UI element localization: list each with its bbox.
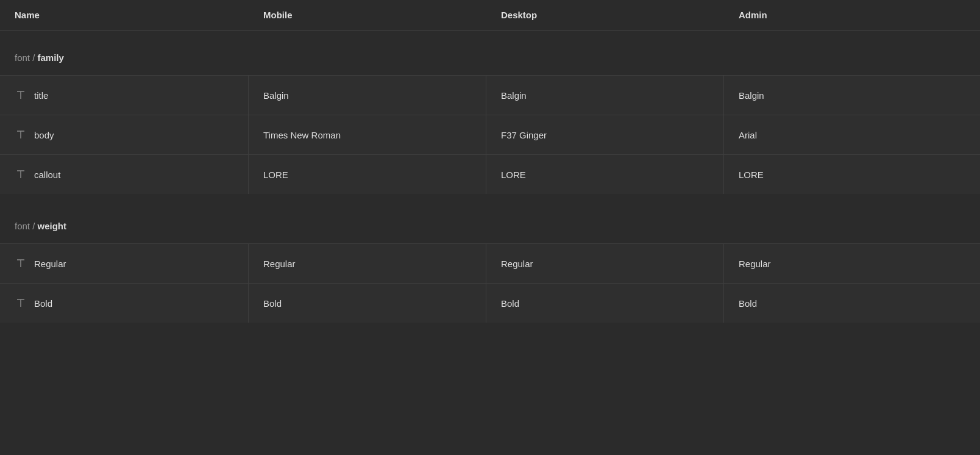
- mobile-cell-body: Times New Roman: [249, 115, 486, 154]
- t-icon: [15, 168, 27, 181]
- group-spacer-1: [0, 30, 980, 35]
- section-header-font-family: font / family: [0, 35, 980, 75]
- mobile-cell-callout: LORE: [249, 155, 486, 194]
- section-label-prefix-2: font /: [15, 221, 38, 231]
- row-name-regular: Regular: [34, 259, 66, 269]
- admin-cell-body: Arial: [724, 115, 980, 154]
- admin-cell-title: Balgin: [724, 76, 980, 115]
- t-icon: [15, 297, 27, 309]
- table-row: body Times New Roman F37 Ginger Arial: [0, 115, 980, 154]
- token-table: Name Mobile Desktop Admin font / family …: [0, 0, 980, 323]
- column-mobile: Mobile: [249, 0, 486, 30]
- name-cell-regular: Regular: [0, 244, 249, 283]
- name-cell-callout: callout: [0, 155, 249, 194]
- mobile-cell-bold: Bold: [249, 284, 486, 323]
- name-cell-body: body: [0, 115, 249, 154]
- desktop-cell-regular: Regular: [486, 244, 724, 283]
- table-row: Bold Bold Bold Bold: [0, 283, 980, 323]
- group-spacer-2: [0, 194, 980, 199]
- section-header-font-weight: font / weight: [0, 204, 980, 243]
- desktop-cell-title: Balgin: [486, 76, 724, 115]
- t-icon: [15, 257, 27, 270]
- admin-cell-callout: LORE: [724, 155, 980, 194]
- desktop-cell-bold: Bold: [486, 284, 724, 323]
- column-admin: Admin: [724, 0, 980, 30]
- mobile-cell-regular: Regular: [249, 244, 486, 283]
- desktop-cell-body: F37 Ginger: [486, 115, 724, 154]
- row-name-body: body: [34, 130, 54, 140]
- section-label-bold: family: [38, 52, 64, 63]
- name-cell-title: title: [0, 76, 249, 115]
- table-row: Regular Regular Regular Regular: [0, 243, 980, 283]
- section-label-prefix: font /: [15, 52, 38, 63]
- desktop-cell-callout: LORE: [486, 155, 724, 194]
- admin-cell-regular: Regular: [724, 244, 980, 283]
- row-name-callout: callout: [34, 170, 60, 180]
- section-label-bold-2: weight: [38, 221, 67, 231]
- t-icon: [15, 129, 27, 141]
- row-name-bold: Bold: [34, 298, 52, 309]
- admin-cell-bold: Bold: [724, 284, 980, 323]
- table-header: Name Mobile Desktop Admin: [0, 0, 980, 30]
- table-row: callout LORE LORE LORE: [0, 154, 980, 194]
- name-cell-bold: Bold: [0, 284, 249, 323]
- table-row: title Balgin Balgin Balgin: [0, 75, 980, 115]
- column-desktop: Desktop: [486, 0, 724, 30]
- row-name-title: title: [34, 90, 48, 101]
- mobile-cell-title: Balgin: [249, 76, 486, 115]
- column-name: Name: [0, 0, 249, 30]
- t-icon: [15, 89, 27, 101]
